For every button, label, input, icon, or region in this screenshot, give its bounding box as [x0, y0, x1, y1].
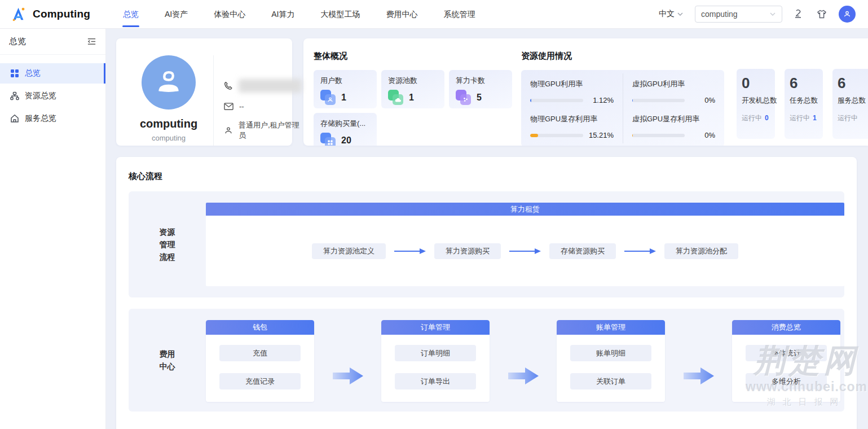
arrow-right-icon	[394, 248, 426, 255]
step-pool-allocation[interactable]: 算力资源池分配	[664, 243, 738, 259]
nav-item-system-admin[interactable]: 系统管理	[443, 0, 475, 29]
arrow-right-icon	[509, 248, 541, 255]
meter-physical-gpu: 物理GPU利用率 1.12%	[521, 73, 623, 108]
core-process-title: 核心流程	[129, 171, 844, 182]
profile-email: --	[239, 102, 244, 111]
arrow-right-icon	[665, 366, 732, 386]
bill-management-header: 账单管理	[557, 320, 665, 335]
main-content: computing computing	[106, 29, 868, 429]
profile-avatar	[142, 55, 196, 110]
overview-title: 整体概况	[314, 51, 521, 62]
nav-item-ai-assets[interactable]: AI资产	[165, 0, 188, 29]
phone-icon	[224, 81, 233, 90]
tenant-select-value: computing	[701, 10, 738, 19]
running-count: 0	[765, 114, 769, 122]
profile-role: 普通用户,租户管理员	[239, 120, 302, 141]
tenant-select[interactable]: computing	[695, 6, 782, 23]
sidebar-item-label: 服务总览	[25, 113, 56, 124]
chevron-down-icon	[677, 11, 684, 17]
stat-card-compute-cards: 算力卡数 5	[449, 70, 512, 108]
sidebar-item-overview[interactable]: 总览	[0, 63, 105, 84]
stat-card-resource-pools: 资源池数 1	[381, 70, 444, 108]
profile-phone-row	[224, 79, 302, 93]
multidim-analysis-button[interactable]: 多维分析	[746, 373, 827, 389]
meter-virtual-gpu: 虚拟GPU利用率 0%	[623, 73, 724, 108]
compute-rental-header: 算力租赁	[206, 203, 844, 216]
overall-stats-button[interactable]: 整体统计	[746, 345, 827, 361]
shirt-icon[interactable]	[816, 8, 827, 20]
language-label: 中文	[659, 9, 675, 19]
sidebar-item-service-overview[interactable]: 服务总览	[0, 108, 105, 129]
main-nav: 总览 AI资产 体验中心 AI算力 大模型工场 费用中心 系统管理	[123, 0, 475, 29]
sitemap-icon	[10, 91, 19, 100]
stat-card-users: 用户数 1	[314, 70, 377, 108]
usage-title: 资源使用情况	[521, 51, 737, 62]
step-pool-definition[interactable]: 算力资源池定义	[312, 243, 386, 259]
brand-name: Computing	[33, 8, 90, 20]
step-storage-purchase[interactable]: 存储资源购买	[549, 243, 616, 259]
bill-detail-button[interactable]: 账单明细	[570, 345, 651, 361]
order-detail-button[interactable]: 订单明细	[395, 345, 476, 361]
stat-card-storage: 存储购买量(... 20	[314, 113, 377, 146]
recharge-button[interactable]: 充值	[219, 345, 301, 361]
related-orders-button[interactable]: 关联订单	[570, 373, 651, 389]
person-icon	[224, 126, 233, 135]
nav-item-llm-factory[interactable]: 大模型工场	[320, 0, 360, 29]
order-management-card: 订单管理 订单明细 订单导出	[381, 320, 490, 402]
summary-card-services: 6 服务总数 运行中	[832, 69, 868, 139]
meter-virtual-gpu-mem: 虚拟GPU显存利用率 0%	[623, 108, 724, 143]
arrow-right-icon	[624, 248, 656, 255]
storage-icon	[320, 133, 336, 146]
summary-card-dev-machines: 0 开发机总数 运行中0	[737, 69, 775, 139]
cost-flow-label: 费用 中心	[129, 309, 206, 412]
grid-icon	[10, 69, 19, 78]
sidebar-item-label: 总览	[25, 68, 41, 78]
arrow-right-icon	[490, 366, 557, 386]
home-icon	[10, 114, 19, 123]
mail-icon	[224, 102, 233, 111]
progress-bar	[632, 99, 685, 102]
nav-item-overview[interactable]: 总览	[123, 0, 139, 29]
compute-rental-card: 算力租赁 算力资源池定义 算力资源购买 存储资源购买	[206, 203, 844, 286]
sidebar-item-resource-overview[interactable]: 资源总览	[0, 86, 105, 106]
sidebar-collapse-icon[interactable]	[87, 37, 96, 46]
consumption-overview-header: 消费总览	[732, 320, 840, 335]
recharge-history-button[interactable]: 充值记录	[219, 373, 301, 389]
usage-card: 物理GPU利用率 1.12% 虚拟GPU利用率 0%	[521, 70, 724, 146]
wallet-card: 钱包 充值 充值记录	[206, 320, 314, 402]
consumption-overview-card: 消费总览 整体统计 多维分析	[732, 320, 840, 402]
cost-flow: 费用 中心 钱包 充值 充值记录 订单管理	[129, 309, 844, 412]
profile-role-row: 普通用户,租户管理员	[224, 120, 302, 141]
chevron-down-icon	[769, 11, 776, 17]
nav-item-ai-compute[interactable]: AI算力	[271, 0, 294, 29]
user-avatar-button[interactable]	[839, 6, 856, 23]
brand[interactable]: Computing	[10, 6, 123, 23]
step-compute-purchase[interactable]: 算力资源购买	[434, 243, 501, 259]
sidebar-item-label: 资源总览	[25, 91, 56, 101]
profile-email-row: --	[224, 102, 302, 111]
top-navbar: Computing 总览 AI资产 体验中心 AI算力 大模型工场 费用中心 系…	[0, 0, 868, 29]
profile-subtitle: computing	[152, 134, 186, 142]
order-export-button[interactable]: 订单导出	[395, 373, 476, 389]
phone-number-redacted	[239, 79, 302, 93]
resource-flow: 资源 管理 流程 算力租赁 算力资源池定义 算力资源购买	[129, 191, 844, 297]
nav-item-experience-center[interactable]: 体验中心	[214, 0, 245, 29]
arrow-right-icon	[314, 366, 381, 386]
user-icon	[320, 90, 336, 105]
bill-management-card: 账单管理 账单明细 关联订单	[557, 320, 665, 402]
wallet-header: 钱包	[206, 320, 314, 335]
core-process-panel: 核心流程 资源 管理 流程 算力租赁 算力资源池定义 算力资源购买	[116, 157, 857, 429]
nav-item-cost-center[interactable]: 费用中心	[386, 0, 417, 29]
app-logo-icon	[10, 6, 27, 23]
resource-flow-label: 资源 管理 流程	[129, 191, 206, 297]
overview-panel: 整体概况 用户数 1	[303, 38, 868, 146]
profile-card: computing computing	[116, 38, 292, 146]
progress-bar	[530, 134, 583, 137]
meter-physical-gpu-mem: 物理GPU显存利用率 15.21%	[521, 108, 623, 143]
progress-bar	[530, 99, 583, 102]
chip-icon	[456, 90, 471, 105]
sidebar: 总览 总览	[0, 29, 106, 429]
running-count: 1	[813, 114, 817, 122]
language-switcher[interactable]: 中文	[659, 9, 684, 19]
signature-icon[interactable]	[794, 8, 805, 20]
